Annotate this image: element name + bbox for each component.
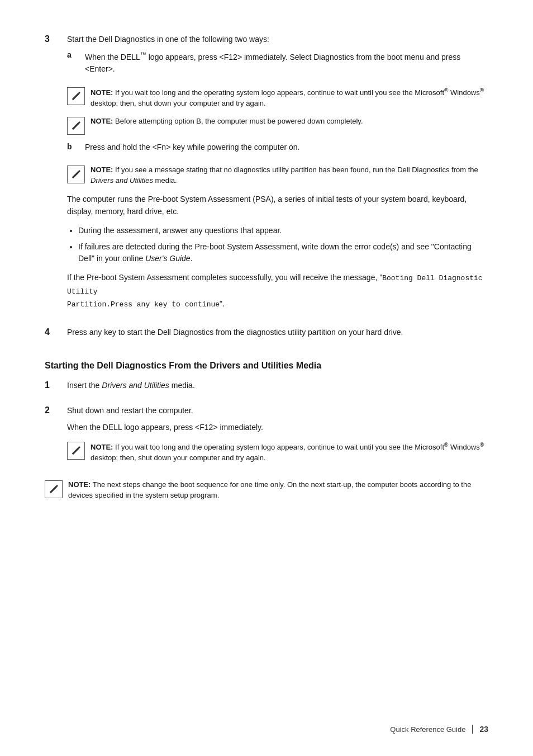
note-2-text: NOTE: Before attempting option B, the co… — [91, 116, 488, 127]
note-2: NOTE: Before attempting option B, the co… — [67, 116, 488, 135]
note-3-text: NOTE: If you see a message stating that … — [91, 164, 488, 186]
step-4-text: Press any key to start the Dell Diagnost… — [67, 327, 488, 338]
sub-step-b: b Press and hold the <Fn> key while powe… — [67, 141, 488, 158]
section2-step-1-number: 1 — [45, 380, 67, 396]
sub-step-a-label: a — [67, 50, 85, 79]
note-1-label: NOTE: — [91, 88, 113, 97]
bullet-item-1: During the assessment, answer any questi… — [78, 225, 488, 237]
section2-step-1-text: Insert the Drivers and Utilities media. — [67, 380, 488, 391]
note-1-text: NOTE: If you wait too long and the opera… — [91, 86, 488, 109]
page-footer: Quick Reference Guide 23 — [390, 725, 488, 734]
step-3-number: 3 — [45, 34, 67, 318]
section2-step-1-content: Insert the Drivers and Utilities media. — [67, 380, 488, 396]
pencil-icon-2 — [70, 120, 82, 131]
sub-step-b-label: b — [67, 141, 85, 158]
section2-standalone-note-text: NOTE: The next steps change the boot seq… — [68, 479, 488, 501]
note-3-label: NOTE: — [91, 166, 113, 174]
pencil-icon-4 — [70, 445, 82, 456]
section2-step-1: 1 Insert the Drivers and Utilities media… — [45, 380, 488, 396]
section2-step-2-paragraph: When the DELL logo appears, press <F12> … — [67, 421, 488, 433]
section2-standalone-note: NOTE: The next steps change the boot seq… — [45, 479, 488, 501]
section2-step-2-number: 2 — [45, 405, 67, 470]
note-2-icon — [67, 117, 85, 135]
section2-note-1-text: NOTE: If you wait too long and the opera… — [91, 441, 488, 464]
monospace-message: Booting Dell Diagnostic UtilityPartition… — [67, 274, 483, 309]
sub-step-a-content: When the DELL™ logo appears, press <F12>… — [85, 50, 488, 79]
note-1: NOTE: If you wait too long and the opera… — [67, 86, 488, 109]
section2-note-1-label: NOTE: — [91, 443, 113, 451]
section2-step-2: 2 Shut down and restart the computer. Wh… — [45, 405, 488, 470]
pencil-icon-3 — [70, 169, 82, 180]
footer-guide-label: Quick Reference Guide — [390, 725, 465, 734]
bullet-item-2: If failures are detected during the Pre-… — [78, 241, 488, 264]
section2-step-2-content: Shut down and restart the computer. When… — [67, 405, 488, 470]
note-1-icon — [67, 87, 85, 105]
section2-standalone-note-label: NOTE: — [68, 480, 91, 489]
section2-step-2-text: Shut down and restart the computer. — [67, 405, 488, 417]
sub-step-b-text: Press and hold the <Fn> key while poweri… — [85, 141, 488, 153]
note-3: NOTE: If you see a message stating that … — [67, 164, 488, 186]
note-3-icon — [67, 166, 85, 183]
section2-note-1-icon — [67, 442, 85, 460]
pencil-icon-5 — [48, 484, 59, 495]
footer-page-number: 23 — [479, 725, 488, 734]
step-3-paragraph-1: The computer runs the Pre-boot System As… — [67, 193, 488, 218]
step-3-bullets: During the assessment, answer any questi… — [67, 225, 488, 264]
section2-standalone-note-icon — [45, 480, 63, 498]
note-2-label: NOTE: — [91, 117, 113, 125]
sub-step-a: a When the DELL™ logo appears, press <F1… — [67, 50, 488, 79]
sub-step-b-content: Press and hold the <Fn> key while poweri… — [85, 141, 488, 158]
step-4-number: 4 — [45, 327, 67, 343]
step-3-paragraph-2: If the Pre-boot System Assessment comple… — [67, 271, 488, 311]
step-3: 3 Start the Dell Diagnostics in one of t… — [45, 34, 488, 318]
step-4: 4 Press any key to start the Dell Diagno… — [45, 327, 488, 343]
step-3-text: Start the Dell Diagnostics in one of the… — [67, 34, 488, 45]
step-4-content: Press any key to start the Dell Diagnost… — [67, 327, 488, 343]
step-3-content: Start the Dell Diagnostics in one of the… — [67, 34, 488, 318]
section2-note-1: NOTE: If you wait too long and the opera… — [67, 441, 488, 464]
footer-divider — [472, 725, 473, 734]
sub-step-a-text: When the DELL™ logo appears, press <F12>… — [85, 50, 488, 75]
section-2-heading: Starting the Dell Diagnostics From the D… — [45, 361, 488, 371]
pencil-icon — [70, 91, 82, 102]
